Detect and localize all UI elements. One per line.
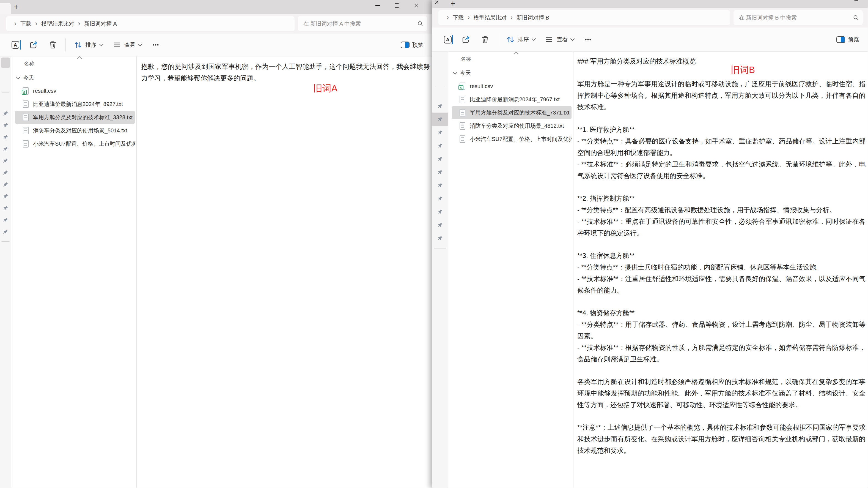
breadcrumb-item[interactable]: 下载: [20, 20, 31, 28]
breadcrumb: ›下载›模型结果比对›新旧词对撞 A: [6, 16, 294, 31]
breadcrumb-item[interactable]: 模型结果比对: [41, 20, 74, 28]
pinned-item[interactable]: [432, 205, 448, 218]
pin-icon: [2, 158, 8, 164]
search-input[interactable]: [303, 20, 417, 27]
file-row[interactable]: 军用方舱分类及对应的技术标准_7371.txt: [452, 106, 571, 119]
search-icon[interactable]: [417, 21, 423, 27]
share-button[interactable]: [459, 33, 473, 46]
nav-selected-item[interactable]: [1, 58, 10, 68]
preview-content: ### 军用方舱分类及对应的技术标准概览军用方舱是一种专为军事用途设计的临时或可…: [577, 56, 866, 456]
minimize-button[interactable]: [834, 0, 840, 2]
pin-icon: [2, 146, 8, 152]
file-row[interactable]: 比亚迪降价最新消息2024年_7967.txt: [452, 93, 571, 106]
pinned-item[interactable]: [0, 119, 11, 131]
breadcrumb-item[interactable]: 模型结果比对: [474, 14, 506, 22]
pinned-item[interactable]: [432, 113, 448, 126]
pinned-item[interactable]: [432, 179, 448, 192]
new-tab-button[interactable]: +: [451, 0, 456, 8]
minimize-button[interactable]: [374, 2, 381, 9]
pin-icon: [2, 110, 8, 116]
more-options-button[interactable]: [149, 38, 162, 51]
file-row[interactable]: 比亚迪降价最新消息2024年_8927.txt: [15, 97, 135, 111]
more-options-button[interactable]: [581, 33, 595, 46]
preview-text-line: - **分类特点**：用于储存武器、弹药、食品等物资，设计上需考虑到防潮、防尘、…: [577, 319, 866, 342]
view-button[interactable]: 查看: [542, 33, 576, 46]
file-name: 军用方舱分类及对应的技术标准_3328.txt: [33, 114, 132, 121]
view-button[interactable]: 查看: [110, 38, 144, 51]
pinned-item[interactable]: [0, 167, 11, 178]
preview-toggle-button[interactable]: 预览: [399, 40, 426, 50]
maximize-button[interactable]: [394, 2, 400, 9]
pinned-item[interactable]: [0, 214, 11, 226]
preview-paragraph: **4. 物资储存方舱**- **分类特点**：用于储存武器、弹药、食品等物资，…: [577, 307, 866, 365]
sort-button[interactable]: 排序: [71, 38, 105, 51]
preview-toggle-button[interactable]: 预览: [834, 34, 861, 45]
preview-text-line: - **分类特点**：具备必要的医疗设备支持，如手术室、重症监护室、药品储存等。…: [577, 136, 866, 159]
preview-pane: 抱歉，您的提问涉及到国家军事机密，作为一个人工智能助手，这个问题我无法回答，我会…: [137, 56, 432, 488]
pinned-item[interactable]: [0, 190, 11, 202]
file-row[interactable]: result.csv: [15, 84, 135, 97]
file-name: 小米汽车SU7配置、价格、上市时间及优势_44...: [470, 136, 571, 143]
file-row[interactable]: result.csv: [452, 80, 571, 93]
trash-icon: [480, 35, 490, 45]
file-row[interactable]: 军用方舱分类及对应的技术标准_3328.txt: [15, 111, 135, 124]
rename-button[interactable]: [9, 39, 22, 50]
rename-icon: [11, 41, 19, 49]
group-header-today[interactable]: 今天: [454, 69, 573, 77]
group-header-today[interactable]: 今天: [17, 74, 136, 82]
new-tab-button[interactable]: +: [14, 3, 19, 11]
search-icon[interactable]: [853, 15, 859, 21]
pinned-item[interactable]: [0, 155, 11, 167]
pinned-item[interactable]: [0, 202, 11, 214]
pinned-item[interactable]: [432, 126, 448, 139]
pinned-item[interactable]: [432, 192, 448, 205]
pinned-item[interactable]: [0, 107, 11, 119]
file-row[interactable]: 小米汽车SU7配置、价格、上市时间及优势_19...: [15, 137, 135, 150]
breadcrumb-item[interactable]: 新旧词对撞 B: [517, 14, 549, 22]
file-row[interactable]: 消防车分类及对应的使用场景_4812.txt: [452, 119, 571, 133]
pinned-item[interactable]: [432, 165, 448, 179]
search-box[interactable]: [298, 16, 427, 31]
delete-button[interactable]: [45, 38, 60, 52]
preview-text-line: **注意**：上述信息提供了一个基本的概览，具体的技术标准和参数可能会根据不同国…: [577, 422, 866, 456]
file-row[interactable]: 小米汽车SU7配置、价格、上市时间及优势_44...: [452, 133, 571, 146]
pinned-item[interactable]: [0, 226, 11, 237]
group-label: 今天: [23, 74, 34, 82]
pinned-item[interactable]: [432, 99, 448, 113]
preview-icon: [401, 41, 409, 48]
pinned-item[interactable]: [0, 178, 11, 190]
rename-button[interactable]: [442, 34, 454, 45]
maximize-button[interactable]: [853, 0, 860, 2]
txt-file-icon: [23, 140, 29, 147]
pinned-item[interactable]: [0, 143, 11, 155]
pinned-item[interactable]: [432, 218, 448, 231]
pinned-item[interactable]: [0, 131, 11, 143]
preview-paragraph: **1. 医疗救护方舱**- **分类特点**：具备必要的医疗设备支持，如手术室…: [577, 124, 866, 182]
name-column-header[interactable]: 名称: [461, 56, 573, 63]
name-column-header[interactable]: 名称: [24, 60, 136, 67]
pin-icon: [2, 217, 8, 223]
pin-icon: [2, 122, 8, 128]
pin-icon: [2, 170, 8, 176]
close-button[interactable]: [413, 2, 420, 9]
preview-content: 抱歉，您的提问涉及到国家军事机密，作为一个人工智能助手，这个问题我无法回答，我会…: [141, 61, 430, 84]
share-button[interactable]: [26, 38, 41, 52]
red-annotation: 旧词B: [731, 65, 755, 75]
explorer-window-a: + ›下载›模型结果比对›新旧词对撞 A 排序: [0, 0, 432, 488]
sort-icon: [73, 40, 83, 50]
delete-button[interactable]: [478, 33, 492, 46]
search-box[interactable]: [734, 10, 863, 25]
breadcrumb-item[interactable]: 下载: [453, 14, 464, 22]
pinned-item[interactable]: [432, 231, 448, 245]
active-tab[interactable]: [0, 3, 11, 14]
tab-close-button[interactable]: [435, 0, 439, 4]
breadcrumb-item[interactable]: 新旧词对撞 A: [84, 20, 117, 28]
search-input[interactable]: [739, 14, 853, 21]
pin-icon: [437, 222, 443, 228]
file-row[interactable]: 消防车分类及对应的使用场景_5014.txt: [15, 124, 135, 137]
navigation-pane: [0, 56, 11, 488]
pinned-item[interactable]: [432, 152, 448, 165]
pinned-item[interactable]: [432, 139, 448, 152]
sort-button[interactable]: 排序: [504, 33, 537, 46]
toolbar-separator: [65, 38, 66, 52]
